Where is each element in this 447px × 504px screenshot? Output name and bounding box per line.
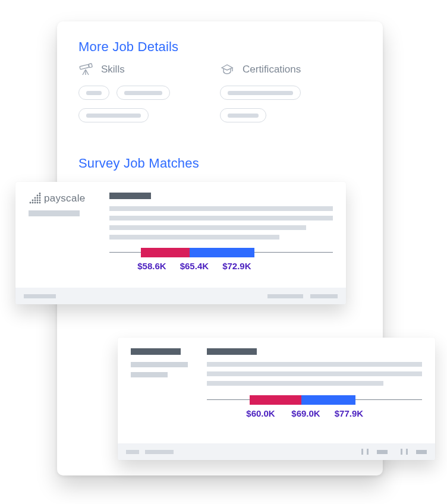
salary-mid: $65.4K	[180, 261, 209, 271]
svg-point-18	[37, 195, 39, 197]
card-actions[interactable]	[361, 449, 427, 455]
svg-rect-4	[89, 64, 92, 68]
survey-match-card[interactable]: payscale $58.6K $65.4K $72.9K	[15, 182, 346, 304]
cert-pill[interactable]	[220, 86, 301, 100]
salary-range-labels: $60.0K $69.0K $77.9K	[207, 408, 422, 420]
cert-pill[interactable]	[220, 108, 266, 122]
survey-section: Survey Job Matches	[78, 156, 199, 171]
svg-point-12	[34, 200, 36, 201]
salary-range-chart	[109, 248, 333, 257]
svg-rect-3	[80, 64, 89, 69]
svg-point-11	[32, 200, 34, 201]
skills-label: Skills	[101, 64, 125, 75]
skills-column: Skills	[78, 62, 220, 122]
svg-point-19	[39, 195, 41, 197]
svg-point-8	[34, 202, 36, 204]
salary-low: $58.6K	[137, 261, 166, 271]
card-footer	[15, 288, 346, 304]
payscale-logo: payscale	[29, 193, 105, 204]
salary-high: $77.9K	[335, 408, 363, 418]
svg-line-0	[83, 70, 86, 75]
svg-point-17	[39, 197, 41, 199]
svg-point-9	[37, 202, 39, 204]
diploma-icon	[220, 63, 234, 76]
svg-point-16	[37, 197, 39, 199]
skill-pill[interactable]	[117, 86, 170, 100]
salary-range-chart	[207, 395, 422, 405]
more-details-section: More Job Details	[78, 39, 361, 122]
skill-pill[interactable]	[78, 86, 109, 100]
svg-point-13	[37, 200, 39, 201]
certs-label: Certifications	[243, 64, 301, 75]
svg-line-1	[86, 70, 89, 75]
svg-point-6	[30, 202, 32, 204]
brand-name: payscale	[44, 193, 86, 204]
salary-range-labels: $58.6K $65.4K $72.9K	[109, 261, 333, 273]
survey-title: Survey Job Matches	[78, 156, 199, 171]
svg-point-20	[39, 193, 41, 194]
survey-match-card[interactable]: $60.0K $69.0K $77.9K	[118, 338, 435, 460]
svg-point-7	[32, 202, 34, 204]
skill-pill[interactable]	[78, 108, 149, 122]
card-footer	[118, 443, 435, 460]
salary-high: $72.9K	[222, 261, 251, 271]
svg-point-14	[39, 200, 41, 201]
salary-low: $60.0K	[246, 408, 275, 418]
certs-column: Certifications	[220, 62, 361, 122]
telescope-icon	[78, 63, 93, 76]
survey-source: payscale	[29, 193, 105, 288]
survey-source	[131, 348, 202, 443]
svg-point-15	[34, 197, 36, 199]
more-details-title: More Job Details	[78, 39, 361, 55]
salary-mid: $69.0K	[291, 408, 320, 418]
svg-point-10	[39, 202, 41, 204]
